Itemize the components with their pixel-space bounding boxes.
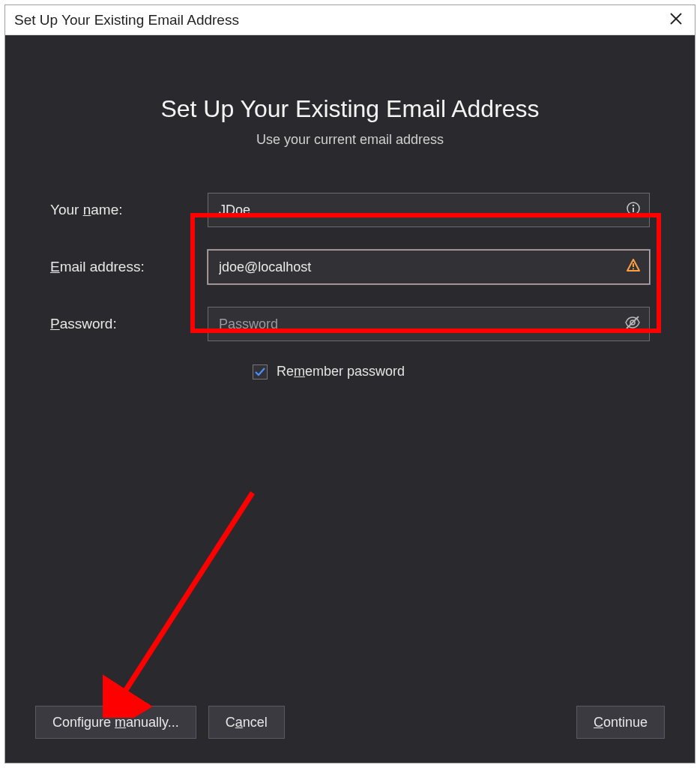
- check-icon: [254, 366, 266, 378]
- annotation-arrow: [103, 478, 268, 718]
- password-input[interactable]: [208, 307, 650, 341]
- email-input-wrap: [208, 250, 650, 284]
- password-label: Password:: [50, 316, 208, 332]
- email-label: Email address:: [50, 259, 208, 275]
- name-label: Your name:: [50, 202, 208, 218]
- name-input-wrap: [208, 193, 650, 227]
- email-input[interactable]: [208, 250, 650, 284]
- setup-form: Your name: Email address:: [5, 193, 695, 380]
- eye-off-icon[interactable]: [624, 314, 641, 334]
- titlebar: Set Up Your Existing Email Address: [5, 5, 695, 35]
- dialog-content: Set Up Your Existing Email Address Use y…: [5, 35, 695, 763]
- close-icon: [669, 12, 683, 26]
- name-row: Your name:: [50, 193, 650, 227]
- cancel-button[interactable]: Cancel: [208, 706, 285, 739]
- svg-rect-4: [633, 208, 634, 212]
- info-icon[interactable]: [626, 201, 641, 219]
- warning-icon: [626, 258, 641, 276]
- page-subheading: Use your current email address: [5, 132, 695, 148]
- svg-point-6: [633, 268, 634, 269]
- close-button[interactable]: [666, 9, 686, 31]
- remember-checkbox[interactable]: [253, 364, 268, 380]
- svg-rect-5: [633, 263, 634, 267]
- svg-line-9: [118, 493, 253, 703]
- remember-label: Remember password: [277, 364, 405, 380]
- dialog-window: Set Up Your Existing Email Address Set U…: [4, 4, 696, 764]
- remember-row: Remember password: [253, 364, 650, 380]
- password-input-wrap: [208, 307, 650, 341]
- svg-point-3: [633, 205, 635, 207]
- continue-button[interactable]: Continue: [576, 706, 665, 739]
- configure-manually-button[interactable]: Configure manually...: [35, 706, 196, 739]
- email-row: Email address:: [50, 250, 650, 284]
- window-title: Set Up Your Existing Email Address: [14, 12, 239, 28]
- password-row: Password:: [50, 307, 650, 341]
- name-input[interactable]: [208, 193, 650, 227]
- page-heading: Set Up Your Existing Email Address: [5, 95, 695, 123]
- button-bar: Configure manually... Cancel Continue: [35, 706, 665, 739]
